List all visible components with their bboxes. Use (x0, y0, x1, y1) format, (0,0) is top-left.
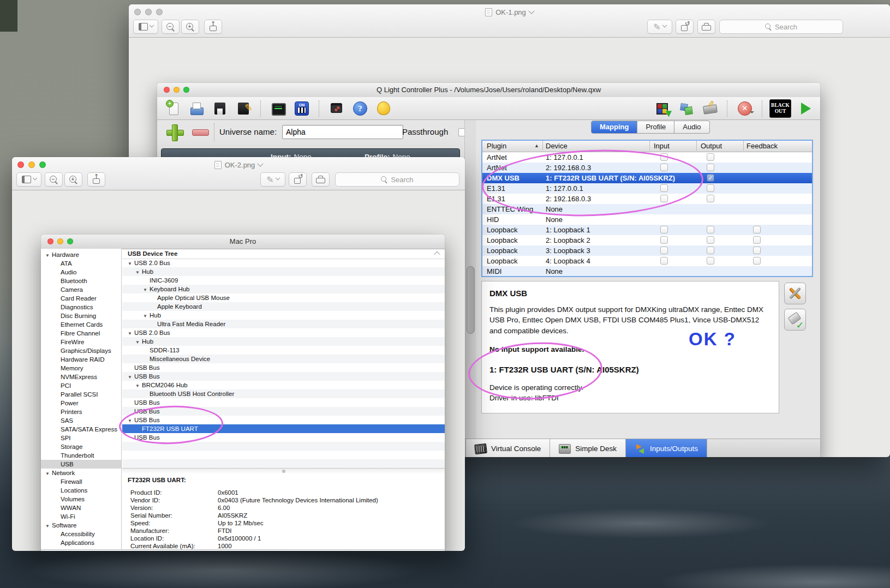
output-checkbox[interactable] (707, 236, 714, 244)
zoom-out-button[interactable] (162, 20, 180, 34)
feedback-checkbox[interactable] (753, 257, 761, 265)
sidebar-item-hardware[interactable]: ▼Hardware (41, 250, 121, 259)
universe-name-input[interactable] (282, 125, 403, 139)
sidebar-item-diagnostics[interactable]: Diagnostics (41, 303, 121, 311)
scrollbar-thumb[interactable] (467, 266, 475, 334)
qlc-help-button[interactable] (350, 99, 371, 118)
output-checkbox[interactable] (707, 247, 714, 254)
sidebar-item-disc-burning[interactable]: Disc Burning (41, 311, 121, 320)
qlc-play-button[interactable] (794, 99, 815, 118)
sidebar-item-hardware-raid[interactable]: Hardware RAID (41, 355, 121, 364)
zoom-button[interactable] (67, 238, 73, 244)
mapping-row-loopback[interactable]: Loopback3: Loopback 3 (482, 245, 812, 256)
qlc-function-wizard-button[interactable] (676, 99, 697, 118)
mapping-row-artnet[interactable]: ArtNet2: 192.168.0.3 (482, 163, 812, 173)
input-checkbox[interactable] (660, 153, 668, 161)
zoom-in-button[interactable] (181, 20, 199, 34)
input-checkbox[interactable] (660, 236, 668, 244)
tab-profile[interactable]: Profile (637, 121, 674, 134)
sidebar-item-accessibility[interactable]: Accessibility (41, 530, 121, 538)
qlc-add-fixture-button[interactable] (653, 99, 673, 118)
sidebar-item-memory[interactable]: Memory (41, 364, 121, 373)
chevron-down-icon[interactable] (528, 8, 534, 14)
tree-row-hub[interactable]: ▼Hub (122, 267, 445, 276)
qlc-dmx-monitor-button[interactable] (268, 99, 289, 118)
mapping-row-artnet[interactable]: ArtNet1: 127.0.0.1 (482, 152, 812, 163)
sidebar-item-power[interactable]: Power (41, 399, 121, 407)
disclosure-triangle-icon[interactable]: ▼ (128, 373, 134, 382)
tree-row-usb-bus[interactable]: ▼USB Bus (122, 372, 445, 381)
input-checkbox[interactable] (660, 247, 668, 254)
chevron-down-icon[interactable] (258, 160, 264, 166)
qlc-save-button[interactable] (210, 99, 230, 118)
mapping-row-loopback[interactable]: Loopback4: Loopback 4 (482, 256, 812, 266)
markup-button[interactable]: ✎ (260, 172, 285, 187)
tab-simple-desk[interactable]: Simple Desk (550, 439, 626, 457)
tree-row-usb-bus[interactable]: USB Bus (122, 398, 445, 407)
remove-universe-button[interactable] (191, 124, 210, 140)
search-field[interactable]: Search (719, 20, 843, 34)
qlc-titlebar[interactable]: Q Light Controller Plus - /Volumes/Jose/… (157, 83, 820, 98)
sidebar-item-storage[interactable]: Storage (41, 442, 121, 451)
mapping-row-e1-31[interactable]: E1.312: 192.168.0.3 (482, 194, 812, 204)
tree-row-apple-keyboard[interactable]: Apple Keyboard (122, 302, 445, 311)
disclosure-triangle-icon[interactable]: ▼ (128, 329, 134, 338)
sidebar-item-pci[interactable]: PCI (41, 381, 121, 390)
share-button[interactable] (87, 172, 105, 187)
qlc-blackout-button[interactable]: Black Out (769, 99, 791, 118)
reconnect-device-button[interactable] (784, 309, 806, 331)
qlc-fullscreen-button[interactable] (326, 99, 347, 118)
tree-row-miscellaneous-device[interactable]: Miscellaneous Device (122, 355, 445, 363)
mapping-row-hid[interactable]: HIDNone (482, 214, 812, 225)
mapping-row-e1-31[interactable]: E1.311: 127.0.0.1 (482, 183, 812, 194)
tree-row-usb-bus[interactable]: USB Bus (122, 363, 445, 372)
input-checkbox[interactable] (660, 195, 668, 202)
qlc-save-as-button[interactable] (233, 99, 254, 118)
add-universe-button[interactable] (165, 124, 186, 140)
column-plugin[interactable]: Plugin (487, 141, 506, 151)
qlc-stop-button[interactable] (734, 99, 755, 118)
sidebar-item-usb[interactable]: USB (41, 460, 121, 469)
output-checkbox[interactable] (707, 184, 714, 192)
input-checkbox[interactable] (660, 257, 668, 265)
qlc-function-editor-button[interactable] (700, 99, 720, 118)
output-checkbox[interactable] (707, 164, 714, 171)
mapping-row-loopback[interactable]: Loopback2: Loopback 2 (482, 235, 812, 245)
tree-row-hub[interactable]: ▼Hub (122, 337, 445, 346)
tree-row-ft232r-usb-uart[interactable]: FT232R USB UART (122, 424, 445, 433)
tab-audio[interactable]: Audio (674, 121, 709, 134)
disclosure-triangle-icon[interactable]: ▼ (45, 251, 52, 260)
tree-row-usb-bus[interactable]: USB Bus (122, 433, 445, 442)
disclosure-triangle-icon[interactable]: ▼ (135, 338, 142, 347)
sidebar-item-bluetooth[interactable]: Bluetooth (41, 277, 121, 285)
sidebar-item-sas[interactable]: SAS (41, 416, 121, 425)
tree-row-usb-2-0-bus[interactable]: ▼USB 2.0 Bus (122, 328, 445, 337)
column-feedback[interactable]: Feedback (746, 141, 778, 151)
feedback-checkbox[interactable] (753, 247, 761, 254)
rotate-button[interactable] (289, 172, 307, 187)
tree-row-inic-3609[interactable]: INIC-3609 (122, 276, 445, 285)
sidebar-item-graphics-displays[interactable]: Graphics/Displays (41, 346, 121, 355)
view-sidebar-button[interactable] (133, 20, 158, 34)
tree-row-usb-2-0-bus[interactable]: ▼USB 2.0 Bus (122, 259, 445, 267)
feedback-checkbox[interactable] (753, 236, 761, 244)
sidebar-item-parallel-scsi[interactable]: Parallel SCSI (41, 390, 121, 399)
sidebar-item-camera[interactable]: Camera (41, 285, 121, 294)
pane-divider[interactable] (122, 468, 445, 474)
markup-button[interactable]: ✎ (647, 20, 672, 34)
sidebar-item-sata-sata-express[interactable]: SATA/SATA Express (41, 425, 121, 434)
view-sidebar-button[interactable] (16, 172, 41, 187)
sidebar-item-thunderbolt[interactable]: Thunderbolt (41, 451, 121, 460)
usb-device-tree-header[interactable]: USB Device Tree (122, 249, 445, 259)
column-device[interactable]: Device (546, 141, 568, 151)
disclosure-triangle-icon[interactable]: ▼ (143, 286, 150, 295)
input-checkbox[interactable] (660, 164, 668, 171)
qlc-new-document-button[interactable] (163, 99, 183, 118)
tree-row-sddr-113[interactable]: SDDR-113 (122, 346, 445, 355)
tab-virtual-console[interactable]: Virtual Console (465, 439, 550, 457)
minimize-button[interactable] (57, 238, 63, 244)
zoom-out-button[interactable] (45, 172, 63, 187)
output-checkbox[interactable] (707, 257, 714, 265)
mapping-row-midi[interactable]: MIDINone (482, 266, 812, 277)
tree-row-usb-bus[interactable]: ▼USB Bus (122, 416, 445, 424)
